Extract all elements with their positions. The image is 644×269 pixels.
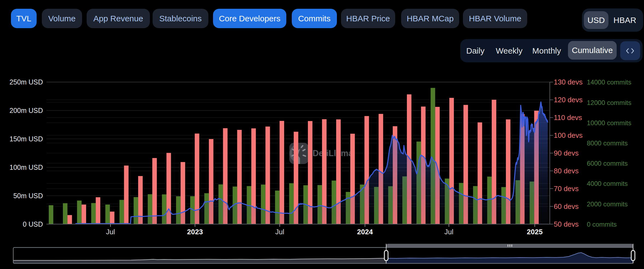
svg-text:90 devs: 90 devs: [554, 149, 579, 157]
svg-text:130 devs: 130 devs: [554, 78, 583, 86]
svg-text:2023: 2023: [187, 228, 203, 236]
svg-text:0 USD: 0 USD: [23, 220, 43, 228]
svg-text:200m USD: 200m USD: [10, 107, 43, 114]
svg-text:Jul: Jul: [444, 228, 453, 236]
svg-text:12000 commits: 12000 commits: [587, 99, 631, 106]
svg-text:120 devs: 120 devs: [554, 96, 583, 104]
svg-text:80 devs: 80 devs: [554, 167, 579, 175]
svg-text:DefiLlama: DefiLlama: [313, 148, 353, 158]
svg-text:2025: 2025: [527, 228, 543, 236]
svg-text:0 commits: 0 commits: [587, 221, 617, 228]
svg-text:250m USD: 250m USD: [10, 78, 43, 86]
svg-text:100 devs: 100 devs: [554, 131, 583, 139]
svg-text:100m USD: 100m USD: [10, 163, 43, 171]
svg-text:6000 commits: 6000 commits: [587, 160, 628, 167]
svg-text:Jul: Jul: [106, 228, 115, 236]
svg-text:2024: 2024: [357, 228, 373, 236]
svg-text:4000 commits: 4000 commits: [587, 180, 628, 187]
svg-text:Jul: Jul: [275, 228, 284, 236]
svg-text:60 devs: 60 devs: [554, 202, 579, 210]
svg-text:50 devs: 50 devs: [554, 220, 579, 228]
svg-text:110 devs: 110 devs: [554, 113, 582, 122]
svg-text:8000 commits: 8000 commits: [587, 139, 628, 147]
svg-text:10000 commits: 10000 commits: [587, 119, 631, 127]
svg-text:70 devs: 70 devs: [554, 185, 579, 193]
svg-text:50m USD: 50m USD: [13, 192, 43, 200]
svg-text:2000 commits: 2000 commits: [587, 200, 628, 208]
svg-text:150m USD: 150m USD: [10, 135, 43, 143]
svg-text:14000 commits: 14000 commits: [587, 78, 631, 86]
